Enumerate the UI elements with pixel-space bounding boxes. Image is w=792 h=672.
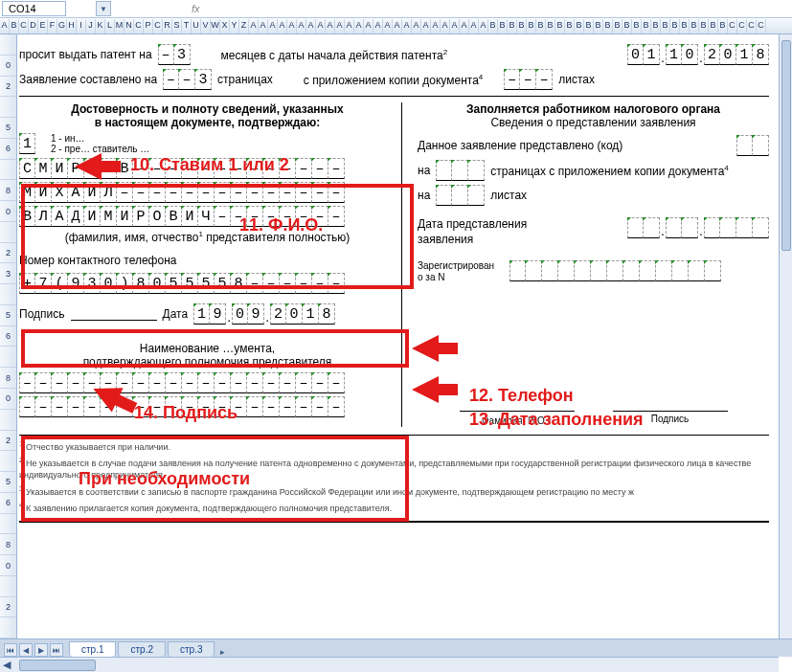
- sheet-tab-bar: ⏮ ◀ ▶ ⏭ стр.1 стр.2 стр.3 ▸: [0, 638, 792, 657]
- on-label-2: на: [418, 189, 430, 202]
- vertical-scrollbar[interactable]: [779, 34, 792, 657]
- name-box-dropdown[interactable]: ▼: [96, 1, 111, 16]
- tab-nav-prev[interactable]: ◀: [19, 643, 33, 657]
- callout-12: 12. Телефон: [469, 386, 574, 406]
- arrow-icon: [412, 376, 439, 403]
- callout-14: 14. Подпись: [134, 403, 238, 423]
- choice-options: 1 - ин…2 - пре… ставитель …: [51, 133, 149, 154]
- sheets-cells: [436, 185, 485, 206]
- fx-label: fx: [192, 3, 200, 14]
- submission-date-label: Дата представлениязаявления: [418, 217, 527, 247]
- row-headers[interactable]: 025680235680256802: [0, 34, 17, 638]
- tax-subheader: Сведения о представлении заявления: [418, 116, 769, 129]
- tab-nav-next[interactable]: ▶: [34, 643, 48, 657]
- callout-11: 11. Ф.И.О.: [239, 215, 323, 235]
- attachment-sheets-cells: –––: [504, 69, 553, 90]
- submitted-code-label: Данное заявление представлено (код): [418, 139, 622, 152]
- sign-date-cells: 19.09.2018: [193, 303, 335, 325]
- formula-bar: [0, 17, 792, 18]
- pages-attachment-label: страницах с приложением копии документа4: [490, 164, 729, 178]
- signature-label: Подпись: [19, 307, 65, 321]
- application-pages-cells: ––3: [163, 69, 212, 90]
- application-pages-label: Заявление составлено на: [19, 73, 157, 86]
- pages-cells: [436, 160, 485, 181]
- submitted-code-cells: [736, 135, 769, 156]
- patent-months-text: месяцев с даты начала действия патента2: [221, 48, 448, 62]
- callout-13: 13. Дата заполнения: [469, 410, 644, 430]
- arrow-icon: [412, 335, 439, 362]
- sheet-tab-2[interactable]: стр.2: [118, 641, 165, 657]
- signature-line: [71, 307, 157, 321]
- confirm-header-2: в настоящем документе, подтверждаю:: [19, 116, 396, 129]
- date-label: Дата: [163, 307, 189, 321]
- pages-label: страницах: [217, 73, 273, 86]
- attachment-label: с приложением копии документа4: [304, 73, 483, 87]
- column-headers[interactable]: ABCDEFGHIJKLMNCPCRSTUVWXYZAAAAAAAAAAAAAA…: [0, 19, 792, 34]
- patent-request-label: просит выдать патент на: [19, 48, 152, 61]
- patent-date-cells: 01.10.2018: [627, 44, 769, 65]
- name-box[interactable]: CO14: [2, 1, 66, 16]
- confirm-header-1: Достоверность и полноту сведений, указан…: [19, 102, 396, 116]
- highlight-box-phone: [21, 329, 409, 368]
- tab-scroll-icon[interactable]: ▸: [220, 647, 225, 657]
- tax-office-section: Заполняется работником налогового органа…: [412, 102, 769, 427]
- patent-months-cells: –3: [158, 44, 191, 65]
- sheet-tab-3[interactable]: стр.3: [168, 641, 215, 657]
- choice-cell: 1: [19, 133, 35, 154]
- sheets-label: листах: [558, 73, 595, 86]
- horizontal-scrollbar[interactable]: ◀: [0, 657, 779, 672]
- submission-date-cells: ..: [627, 217, 769, 238]
- highlight-box-fio: [21, 184, 414, 289]
- registered-cells: [509, 260, 721, 281]
- arrow-icon: [75, 153, 102, 180]
- callout-10: 10. Ставим 1 или 2: [130, 155, 289, 175]
- sheet-tab-1[interactable]: стр.1: [69, 641, 116, 657]
- tab-nav-last[interactable]: ⏭: [50, 643, 63, 657]
- callout-15: При необходимости: [79, 469, 250, 489]
- sheets-label-2: листах: [490, 189, 527, 202]
- registered-label: Зарегистрировано за N: [418, 260, 504, 283]
- tab-nav-first[interactable]: ⏮: [4, 643, 17, 657]
- on-label-1: на: [418, 164, 430, 177]
- tax-header: Заполняется работником налогового органа: [418, 102, 769, 116]
